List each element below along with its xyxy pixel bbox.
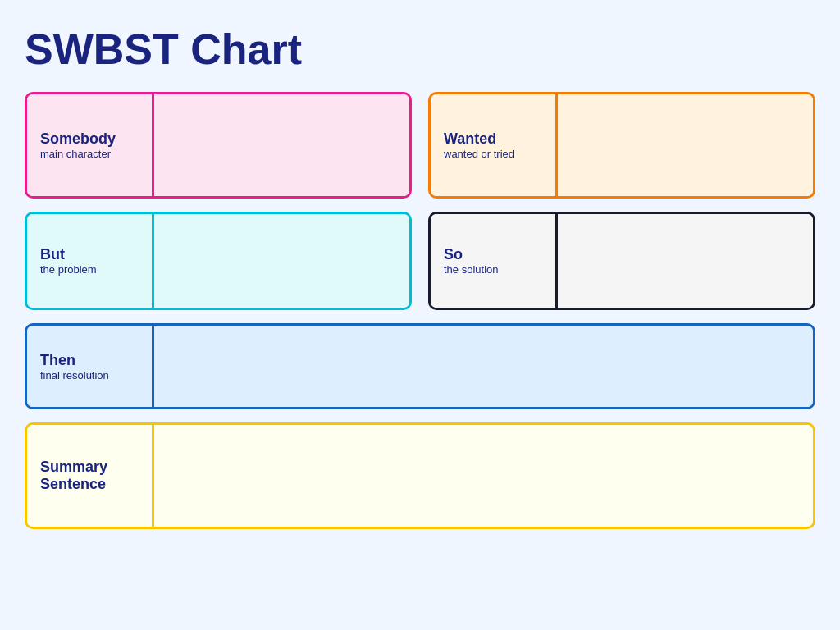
but-content[interactable] [154,214,409,308]
somebody-content[interactable] [154,94,409,196]
somebody-card: Somebody main character [25,92,412,199]
summary-main-label: Summary Sentence [40,459,139,493]
summary-card: Summary Sentence [25,422,815,529]
then-label: Then final resolution [27,326,154,407]
then-content[interactable] [154,326,813,407]
wanted-content[interactable] [558,94,813,196]
somebody-label: Somebody main character [27,94,154,196]
then-card: Then final resolution [25,323,815,409]
page-title: SWBST Chart [25,25,815,74]
but-card: But the problem [25,212,412,310]
but-label: But the problem [27,214,154,308]
wanted-label: Wanted wanted or tried [431,94,558,196]
so-label: So the solution [431,214,558,308]
wanted-card: Wanted wanted or tried [428,92,815,199]
summary-content[interactable] [154,425,813,527]
so-card: So the solution [428,212,815,310]
summary-label: Summary Sentence [27,425,154,527]
so-content[interactable] [558,214,813,308]
